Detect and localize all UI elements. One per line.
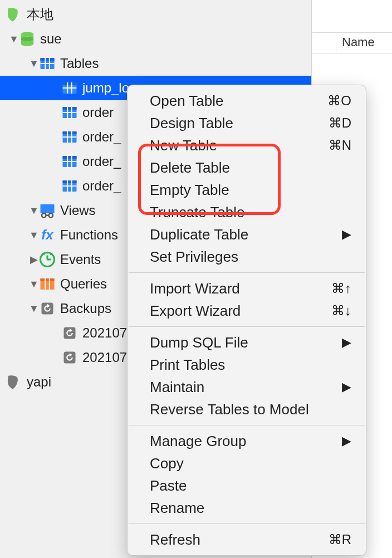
table-icon: [61, 104, 78, 121]
expand-icon[interactable]: ▼: [9, 33, 19, 45]
menu-design-table[interactable]: Design Table ⌘D: [128, 112, 366, 134]
events-icon: [39, 251, 56, 268]
expand-icon[interactable]: ▼: [29, 205, 39, 217]
table-icon: [61, 178, 78, 194]
functions-icon: fx: [39, 227, 56, 243]
svg-rect-28: [63, 180, 77, 183]
tree-database[interactable]: ▼ sue: [0, 27, 311, 51]
menu-paste[interactable]: Paste: [128, 474, 366, 497]
expand-icon[interactable]: ▼: [29, 303, 39, 315]
menu-separator: [129, 326, 365, 327]
table-icon: [61, 129, 78, 145]
menu-rename[interactable]: Rename: [128, 497, 366, 519]
submenu-arrow-icon: ▶: [342, 431, 351, 451]
column-name[interactable]: Name: [336, 33, 380, 53]
menu-label: New Table: [150, 135, 217, 155]
menu-delete-table[interactable]: Delete Table: [128, 156, 366, 179]
menu-label: Import Wizard: [150, 278, 240, 298]
expand-icon[interactable]: ▼: [29, 58, 39, 70]
shortcut: ⌘R: [329, 530, 351, 550]
menu-label: Dump SQL File: [150, 332, 248, 353]
backups-icon: [39, 300, 56, 317]
database-icon: [6, 374, 22, 390]
shortcut: ⌘↓: [331, 301, 351, 321]
menu-separator: [129, 272, 365, 273]
svg-rect-8: [63, 82, 77, 85]
shortcut: ⌘D: [329, 113, 351, 133]
menu-label: Maintain: [150, 377, 204, 397]
menu-manage-group[interactable]: Manage Group ▶: [128, 430, 366, 452]
svg-rect-18: [63, 131, 77, 134]
expand-icon[interactable]: ▼: [29, 229, 39, 241]
backup-file-icon: [61, 349, 78, 366]
tree-label: Tables: [60, 56, 99, 71]
menu-label: Copy: [150, 453, 184, 473]
tree-label: sue: [40, 31, 62, 47]
menu-label: Duplicate Table: [150, 224, 248, 244]
menu-truncate-table[interactable]: Truncate Table: [128, 201, 366, 223]
shortcut: ⌘↑: [331, 278, 351, 298]
menu-print-tables[interactable]: Print Tables: [128, 354, 366, 376]
tree-label: order: [82, 105, 114, 120]
tree-label: order_: [82, 178, 121, 194]
menu-export-wizard[interactable]: Export Wizard ⌘↓: [128, 300, 366, 322]
menu-label: Delete Table: [150, 158, 230, 178]
menu-copy[interactable]: Copy: [128, 452, 366, 474]
tree-label: order_: [82, 154, 121, 169]
menu-reverse[interactable]: Reverse Tables to Model: [128, 398, 366, 420]
table-icon: [61, 153, 78, 170]
menu-label: Export Wizard: [150, 301, 241, 321]
menu-label: Print Tables: [150, 355, 225, 375]
menu-refresh[interactable]: Refresh ⌘R: [128, 528, 366, 551]
submenu-arrow-icon: ▶: [342, 332, 351, 353]
menu-label: Reverse Tables to Model: [150, 399, 309, 419]
menu-dump-sql[interactable]: Dump SQL File ▶: [128, 331, 366, 354]
tree-label: Functions: [60, 227, 118, 243]
tree-label: Queries: [60, 276, 107, 292]
submenu-arrow-icon: ▶: [342, 377, 351, 397]
tree-label: Events: [60, 252, 101, 267]
tree-tables-node[interactable]: ▼ Tables: [0, 51, 311, 76]
menu-label: Empty Table: [150, 180, 229, 200]
menu-set-privileges[interactable]: Set Privileges: [128, 246, 366, 268]
tree-connection[interactable]: 本地: [0, 2, 311, 27]
tree-label: Views: [60, 203, 96, 218]
menu-label: Manage Group: [150, 431, 246, 451]
menu-new-table[interactable]: New Table ⌘N: [128, 134, 366, 156]
svg-rect-3: [41, 58, 55, 61]
shortcut: ⌘N: [329, 135, 351, 155]
context-menu: Open Table ⌘O Design Table ⌘D New Table …: [127, 85, 366, 556]
menu-label: Open Table: [150, 91, 224, 111]
backup-file-icon: [61, 325, 78, 341]
menu-duplicate-table[interactable]: Duplicate Table ▶: [128, 223, 366, 246]
menu-label: Refresh: [150, 530, 200, 550]
menu-open-table[interactable]: Open Table ⌘O: [128, 90, 366, 112]
svg-point-34: [49, 213, 53, 218]
menu-import-wizard[interactable]: Import Wizard ⌘↑: [128, 277, 366, 300]
tree-label: 202107: [82, 325, 127, 341]
svg-point-0: [21, 32, 34, 36]
svg-rect-13: [63, 107, 77, 110]
menu-separator: [129, 425, 365, 425]
menu-label: Design Table: [150, 113, 233, 133]
menu-separator: [129, 523, 365, 524]
table-icon: [39, 55, 56, 72]
menu-label: Truncate Table: [150, 202, 245, 222]
svg-rect-32: [41, 204, 55, 213]
svg-rect-43: [41, 278, 55, 281]
menu-label: Rename: [150, 498, 204, 518]
database-icon: [19, 31, 36, 47]
menu-maintain[interactable]: Maintain ▶: [128, 376, 366, 398]
tree-label: order_: [82, 129, 121, 145]
shortcut: ⌘O: [327, 91, 351, 111]
table-header: Name: [312, 32, 392, 53]
table-icon: [61, 80, 78, 96]
expand-icon[interactable]: ▶: [29, 253, 39, 266]
tree-label: yapi: [27, 374, 51, 390]
menu-label: Paste: [150, 476, 187, 496]
menu-empty-table[interactable]: Empty Table: [128, 179, 366, 201]
tree-label: Backups: [60, 301, 111, 316]
expand-icon[interactable]: ▼: [29, 278, 39, 290]
svg-rect-23: [63, 156, 77, 159]
menu-label: Set Privileges: [150, 247, 238, 267]
